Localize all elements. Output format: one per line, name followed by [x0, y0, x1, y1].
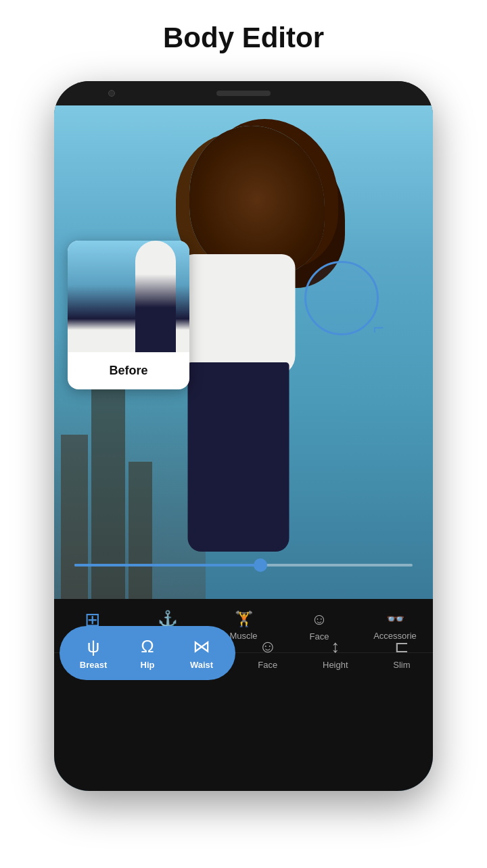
hip-label: Hip	[141, 660, 155, 670]
sub-item-breast[interactable]: ψ Breast	[66, 636, 120, 670]
person-pants	[188, 362, 289, 552]
slider-track	[74, 564, 413, 566]
breast-label: Breast	[80, 660, 107, 670]
phone-speaker	[216, 91, 271, 96]
phone-screen: ⌐ 🦾 Before ⊞ Body	[54, 105, 433, 791]
slim-label: Slim	[393, 660, 410, 670]
breast-icon: ψ	[87, 636, 100, 657]
hip-icon: Ω	[141, 636, 154, 657]
sub-item-slim[interactable]: ⊏ Slim	[393, 636, 410, 670]
bottom-toolbar: ⊞ Body ⚓ Tattoo 🏋 Muscle ☺ Face 👓	[54, 599, 433, 791]
corner-bracket-icon: ⌐	[373, 318, 384, 337]
before-image	[68, 241, 189, 352]
sub-item-height[interactable]: ↕ Height	[323, 636, 348, 670]
selection-circle[interactable]	[304, 261, 379, 335]
sub-inactive-group: ☺ Face ↕ Height ⊏ Slim	[235, 626, 433, 680]
before-person	[135, 241, 176, 352]
phone-frame: ⌐ 🦾 Before ⊞ Body	[54, 81, 433, 791]
before-label: Before	[68, 352, 189, 389]
height-label: Height	[323, 660, 348, 670]
slider-thumb[interactable]	[254, 558, 267, 572]
phone-camera	[108, 90, 115, 97]
height-icon: ↕	[331, 636, 340, 657]
adjustment-slider[interactable]	[74, 558, 413, 572]
face-sub-icon: ☺	[259, 636, 277, 657]
before-thumbnail: Before	[68, 241, 189, 389]
sub-item-waist[interactable]: ⋈ Waist	[175, 636, 229, 670]
sub-item-face[interactable]: ☺ Face	[258, 636, 277, 670]
phone-top-bar	[54, 81, 433, 105]
waist-label: Waist	[190, 660, 213, 670]
sub-active-group: ψ Breast Ω Hip ⋈ Waist	[60, 626, 235, 680]
waist-icon: ⋈	[193, 636, 210, 657]
face-sub-label: Face	[258, 660, 277, 670]
slider-fill	[74, 564, 260, 566]
sub-item-hip[interactable]: Ω Hip	[120, 636, 175, 670]
slim-icon: ⊏	[394, 636, 409, 657]
person-shirt	[181, 254, 296, 376]
person-hair	[189, 126, 325, 274]
page-title: Body Editor	[0, 0, 487, 68]
